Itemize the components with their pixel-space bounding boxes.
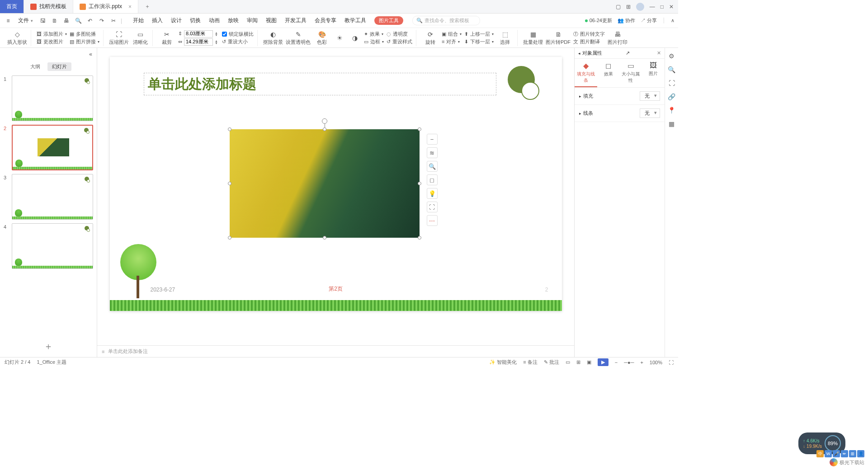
to-pdf-button[interactable]: 🗎图片转PDF	[546, 30, 571, 46]
close-tab-icon[interactable]: ×	[128, 4, 132, 10]
slideshow-icon[interactable]: ▶	[598, 358, 609, 366]
line-section-label[interactable]: 线条	[583, 110, 593, 116]
effect-button[interactable]: 效果	[370, 31, 380, 38]
save-icon[interactable]: 🖫	[38, 16, 47, 25]
grid-icon[interactable]: ⊞	[626, 4, 631, 10]
zoom-level[interactable]: 100%	[650, 360, 662, 365]
pin-icon[interactable]: ↗	[626, 50, 630, 56]
border-button[interactable]: 边框	[370, 38, 380, 45]
slide-canvas[interactable]: 单击此处添加标题 − ≋	[110, 57, 562, 311]
undo-icon[interactable]: ↶	[85, 16, 94, 25]
group-button[interactable]: 组合	[448, 31, 458, 38]
menu-animation[interactable]: 动画	[209, 17, 220, 24]
idea-tool[interactable]: 💡	[427, 188, 438, 199]
share-button[interactable]: ↗ 分享	[641, 17, 657, 24]
line-select[interactable]: 无	[640, 108, 660, 118]
fill-section-label[interactable]: 填充	[583, 93, 593, 99]
slide-thumb-3[interactable]: 3	[4, 174, 93, 220]
height-input[interactable]	[184, 30, 213, 38]
selected-image[interactable]: − ≋ 🔍 ◻ 💡 ⛶ ⋯	[230, 129, 420, 238]
bring-forward-button[interactable]: 上移一层	[470, 31, 490, 38]
image-join-button[interactable]: 图片拼接	[76, 38, 96, 45]
print-icon[interactable]: 🖶	[62, 16, 71, 25]
maximize-icon[interactable]: □	[660, 4, 664, 10]
insert-shape-button[interactable]: ◇插入形状	[7, 30, 27, 46]
redo-icon[interactable]: ↷	[97, 16, 106, 25]
command-search[interactable]: 🔍 查找命令、搜索模板	[412, 16, 480, 25]
menu-transition[interactable]: 切换	[190, 17, 201, 24]
title-placeholder[interactable]: 单击此处添加标题	[144, 73, 496, 95]
slide-thumb-4[interactable]: 4	[4, 223, 93, 269]
rail-link-icon[interactable]: 🔗	[668, 93, 675, 100]
slide-list[interactable]: 1 2 3 4	[0, 74, 97, 336]
add-slide-button[interactable]: ＋	[0, 336, 97, 357]
sharpen-button[interactable]: ▭清晰化	[132, 30, 149, 46]
zoom-out-tool[interactable]: −	[427, 134, 438, 145]
outline-tab[interactable]: 大纲	[26, 62, 45, 71]
menu-insert[interactable]: 插入	[152, 17, 163, 24]
fit-button[interactable]: ⛶	[669, 360, 674, 365]
layers-tool[interactable]: ≋	[427, 147, 438, 158]
rail-settings-icon[interactable]: ⚙	[669, 52, 675, 60]
menu-teach[interactable]: 教学工具	[344, 17, 366, 24]
tab-template[interactable]: 找稻壳模板	[24, 0, 73, 13]
fit-tool[interactable]: ⛶	[427, 202, 438, 212]
brightness-button[interactable]: ☀	[333, 34, 346, 42]
crop-button[interactable]: ✂裁剪	[158, 30, 175, 46]
multi-outline-button[interactable]: 多图轮播	[76, 31, 96, 38]
reset-style-button[interactable]: 重设样式	[392, 38, 412, 45]
minimize-icon[interactable]: —	[650, 4, 655, 10]
format-painter-icon[interactable]: ✂	[109, 16, 118, 25]
rail-search-icon[interactable]: 🔍	[668, 66, 675, 73]
collapse-panel-icon[interactable]: «	[89, 51, 92, 57]
resize-handle-mr[interactable]	[418, 182, 421, 185]
resize-handle-bl[interactable]	[228, 236, 231, 240]
coop-button[interactable]: 👥 协作	[618, 17, 635, 24]
rail-location-icon[interactable]: 📍	[668, 107, 675, 114]
context-tab-picture[interactable]: 图片工具	[374, 16, 403, 25]
tab-picture[interactable]: 🖼图片	[642, 59, 665, 87]
beautify-button[interactable]: ✨ 智能美化	[489, 359, 517, 366]
width-spinner[interactable]: ▲▼	[215, 40, 219, 44]
zoom-in-button[interactable]: +	[640, 360, 643, 365]
file-menu[interactable]: 文件▾	[15, 16, 36, 25]
height-spinner[interactable]: ▲▼	[215, 32, 219, 36]
menu-design[interactable]: 设计	[171, 17, 182, 24]
zoom-tool[interactable]: 🔍	[427, 161, 438, 172]
tab-home[interactable]: 首页	[0, 0, 24, 13]
comments-toggle[interactable]: ✎ 批注	[544, 359, 559, 366]
rail-transform-icon[interactable]: ⛶	[669, 80, 675, 87]
menu-review[interactable]: 审阅	[247, 17, 258, 24]
rotate-handle[interactable]	[322, 118, 327, 124]
contrast-button[interactable]: ◑	[349, 34, 361, 42]
compress-button[interactable]: ⛶压缩图片	[109, 30, 129, 46]
menu-devtools[interactable]: 开发工具	[285, 17, 307, 24]
close-window-icon[interactable]: ✕	[669, 4, 674, 10]
tab-document[interactable]: 工作演示.pptx ×	[73, 0, 138, 13]
chevron-up-icon[interactable]: ∧	[671, 18, 675, 24]
set-trans-button[interactable]: ✎设置透明色	[286, 30, 311, 46]
resize-handle-tr[interactable]	[418, 127, 421, 131]
resize-handle-tl[interactable]	[228, 127, 231, 131]
tab-effect[interactable]: ◻效果	[597, 59, 620, 87]
translate-button[interactable]: 图片翻译	[580, 38, 600, 45]
zoom-out-button[interactable]: −	[615, 360, 618, 365]
notes-bar[interactable]: ≡ 单击此处添加备注	[97, 345, 574, 357]
resize-handle-ml[interactable]	[228, 182, 231, 185]
image-print-button[interactable]: 🖶图片打印	[608, 30, 627, 46]
width-input[interactable]	[184, 38, 213, 46]
sorter-view-icon[interactable]: ⊞	[576, 359, 580, 365]
resize-handle-bm[interactable]	[323, 236, 326, 240]
transparency-button[interactable]: 透明度	[393, 31, 408, 38]
align-button[interactable]: 对齐	[446, 38, 456, 45]
to-text-button[interactable]: 图片转文字	[580, 31, 605, 38]
reset-size-button[interactable]: 重设大小	[228, 38, 248, 45]
print-preview-icon[interactable]: 🔍	[74, 16, 83, 25]
resize-handle-br[interactable]	[418, 236, 421, 240]
update-badge[interactable]: 06-24更新	[585, 17, 612, 24]
slide-thumb-1[interactable]: 1	[4, 75, 93, 121]
menu-start[interactable]: 开始	[133, 17, 144, 24]
remove-bg-button[interactable]: ◐抠除背景	[263, 30, 283, 46]
resize-handle-tm[interactable]	[323, 127, 326, 131]
tab-add[interactable]: ＋	[138, 0, 156, 13]
